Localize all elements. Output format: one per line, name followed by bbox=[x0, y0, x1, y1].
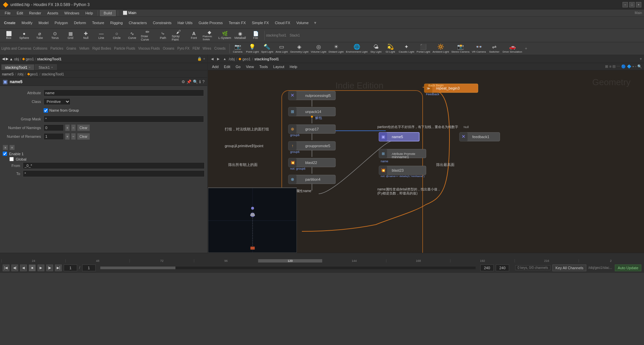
delete-button[interactable]: × bbox=[3, 145, 8, 150]
close-button[interactable]: × bbox=[636, 2, 641, 7]
tool-platonic[interactable]: ◆Platonic Solids bbox=[202, 30, 217, 41]
add-icon[interactable]: + bbox=[203, 57, 205, 61]
tab-stack1[interactable]: Stack1 × bbox=[35, 64, 57, 70]
right-expand[interactable]: + bbox=[640, 57, 642, 61]
light-distant[interactable]: ☀Distant Light bbox=[328, 43, 344, 54]
numnamings-minus[interactable]: − bbox=[71, 124, 76, 131]
search-icon[interactable]: 🔍 bbox=[193, 79, 198, 84]
light-environment[interactable]: 🌐Environment Light bbox=[345, 43, 368, 54]
light-volume[interactable]: ◎Volume Light bbox=[310, 43, 327, 54]
namefromgroup-checkbox[interactable] bbox=[44, 108, 48, 113]
obj-breadcrumb[interactable]: /obj bbox=[17, 72, 23, 76]
light-sky[interactable]: 🌤Sky Light bbox=[369, 43, 383, 54]
numnamings-clear[interactable]: Clear bbox=[77, 124, 90, 131]
build-button[interactable]: Build bbox=[100, 10, 115, 16]
light-caustic[interactable]: ✦Caustic Light bbox=[398, 43, 415, 54]
tab-stackingtool-close[interactable]: × bbox=[29, 66, 31, 69]
toolbar-stack1[interactable]: Stack1 bbox=[290, 34, 300, 37]
right-nav-up[interactable]: ▲ bbox=[222, 57, 227, 61]
toolbar-rigging[interactable]: Rigging bbox=[108, 20, 125, 25]
tool-drawcurve[interactable]: ✏Draw Curve bbox=[140, 30, 155, 41]
numnamings-plus[interactable]: + bbox=[65, 124, 70, 131]
toolbar-polygon[interactable]: Polygon bbox=[52, 20, 71, 25]
pin-icon[interactable]: 📌 bbox=[186, 79, 192, 84]
light-vr[interactable]: 👓VR Camera bbox=[471, 43, 487, 54]
menu-assets[interactable]: Assets bbox=[45, 10, 61, 16]
start-frame-input[interactable] bbox=[82, 265, 96, 271]
menu-render[interactable]: Render bbox=[26, 10, 44, 16]
enable1-checkbox[interactable] bbox=[3, 152, 7, 156]
tool-circle[interactable]: ○Circle bbox=[109, 30, 124, 41]
light-spot[interactable]: 🔦Spot Light bbox=[260, 43, 274, 54]
graph-tools[interactable]: Tools bbox=[257, 64, 270, 69]
light-point[interactable]: 💡Point Light bbox=[245, 43, 260, 54]
end-frame-input-240[interactable] bbox=[480, 265, 494, 271]
toolbar-model[interactable]: Model bbox=[36, 20, 51, 25]
light-geometry[interactable]: ◈Geometry Light bbox=[289, 43, 310, 54]
to-input[interactable] bbox=[23, 170, 205, 177]
auto-update-button[interactable]: Auto Update bbox=[615, 265, 641, 271]
toolbar-cloudfx[interactable]: Cloud FX bbox=[272, 20, 293, 25]
tool-spraypaint[interactable]: 🖌Spray Paint bbox=[171, 30, 186, 41]
tool-file[interactable]: 📄File bbox=[248, 30, 263, 41]
tool-null[interactable]: ✚Null bbox=[78, 30, 93, 41]
menu-edit[interactable]: Edit bbox=[14, 10, 26, 16]
numrenames-plus[interactable]: + bbox=[65, 133, 70, 140]
graph-layout[interactable]: Layout bbox=[271, 64, 286, 69]
global-checkbox[interactable] bbox=[9, 157, 14, 161]
toolbar-constraints[interactable]: Constraints bbox=[150, 20, 174, 25]
toolbar-more[interactable]: ▼ bbox=[313, 21, 317, 25]
graph-view[interactable]: View bbox=[244, 64, 256, 69]
graph-go[interactable]: Go bbox=[234, 64, 243, 69]
tool-torus[interactable]: ⊙Torus bbox=[48, 30, 62, 41]
numrenames-input[interactable] bbox=[44, 133, 64, 140]
tool-font[interactable]: AFont bbox=[186, 30, 201, 41]
toolbar-modify[interactable]: Modify bbox=[19, 20, 35, 25]
gear-icon[interactable]: ⚙ bbox=[181, 79, 185, 84]
attribute-input[interactable] bbox=[44, 90, 204, 96]
tab-stackingtool[interactable]: stackingTool1 × bbox=[1, 64, 34, 70]
tool-lsystem[interactable]: 🌿L-System bbox=[217, 30, 232, 41]
light-portal[interactable]: ⬛Portal Light bbox=[416, 43, 431, 54]
light-camera[interactable]: 📷Camera bbox=[231, 43, 245, 54]
right-nav-back[interactable]: ◀ bbox=[210, 57, 215, 61]
from-input[interactable] bbox=[23, 162, 205, 169]
right-nav-forward[interactable]: ▶ bbox=[216, 57, 221, 61]
toolbar-guideprocess[interactable]: Guide Process bbox=[196, 20, 225, 25]
tool-curve[interactable]: ∿Curve bbox=[125, 30, 140, 41]
add-rename-button[interactable]: + bbox=[9, 145, 15, 150]
menu-file[interactable]: File bbox=[2, 10, 13, 16]
graph-add[interactable]: Add bbox=[210, 64, 221, 69]
toolbar-create[interactable]: Create bbox=[1, 20, 18, 25]
tool-path[interactable]: ⤷Path bbox=[156, 30, 170, 41]
numnamings-input[interactable] bbox=[44, 124, 64, 131]
toolbar-expand[interactable]: + bbox=[525, 46, 527, 51]
graph-area[interactable]: Indie Edition Geometry bbox=[208, 70, 644, 253]
end-frame-input-240b[interactable] bbox=[496, 265, 509, 271]
menu-windows[interactable]: Windows bbox=[62, 10, 82, 16]
frame-slider[interactable] bbox=[100, 267, 476, 269]
lock-icon[interactable]: 🔒 bbox=[197, 57, 202, 61]
path-obj[interactable]: obj bbox=[14, 57, 19, 61]
right-obj-breadcrumb[interactable]: /obj bbox=[229, 57, 235, 61]
nav-forward[interactable]: ▶ bbox=[6, 57, 8, 61]
path-geo1[interactable]: geo1 bbox=[26, 57, 34, 61]
groupmask-input[interactable] bbox=[44, 116, 204, 122]
graph-help[interactable]: Help bbox=[288, 64, 300, 69]
menu-help[interactable]: Help bbox=[83, 10, 96, 16]
play-button[interactable]: ▶ bbox=[38, 265, 44, 271]
toolbar-terrainfx[interactable]: Terrain FX bbox=[226, 20, 249, 25]
geo1-breadcrumb[interactable]: geo1 bbox=[30, 72, 38, 76]
toolbar-texture[interactable]: Texture bbox=[89, 20, 107, 25]
help-icon[interactable]: ? bbox=[202, 79, 205, 84]
graph-edit[interactable]: Edit bbox=[222, 64, 232, 69]
play-prev-key-button[interactable]: ◀| bbox=[11, 265, 18, 271]
play-next-button[interactable]: |▶ bbox=[46, 265, 53, 271]
tool-sphere[interactable]: ●Sphere bbox=[17, 30, 32, 41]
toolbar-characters[interactable]: Characters bbox=[126, 20, 150, 25]
play-end-button[interactable]: ▶| bbox=[55, 265, 62, 271]
toolbar-volume[interactable]: Volume bbox=[293, 20, 311, 25]
toolbar-stacking[interactable]: stackingTool1 bbox=[266, 34, 286, 37]
stop-button[interactable]: ■ bbox=[29, 265, 36, 271]
tool-metaball[interactable]: ◉Metaball bbox=[233, 30, 248, 41]
